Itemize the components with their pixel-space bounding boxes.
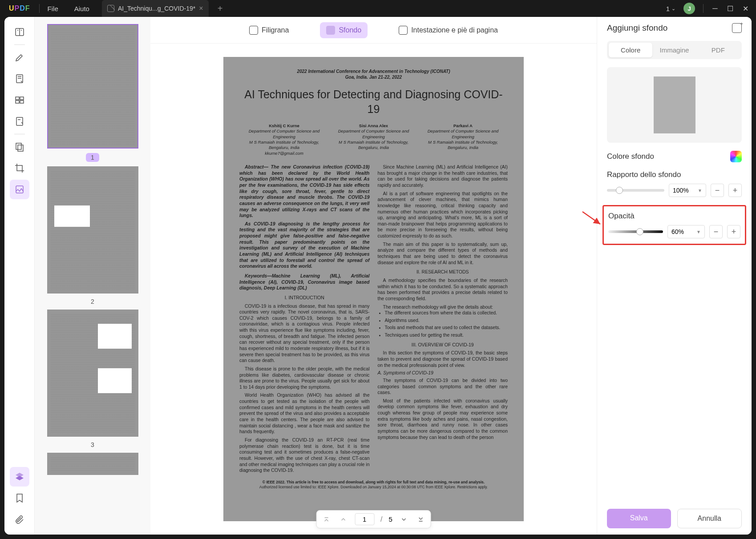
thumbnail-page-3[interactable] — [47, 310, 138, 437]
seg-pdf[interactable]: PDF — [696, 43, 740, 57]
seg-image[interactable]: Immagine — [652, 43, 696, 57]
first-page-icon[interactable] — [321, 514, 332, 525]
bg-source-segment: Colore Immagine PDF — [607, 41, 742, 59]
menu-help[interactable]: Aiuto — [66, 0, 97, 17]
avatar[interactable]: J — [683, 3, 695, 14]
ratio-plus[interactable]: + — [728, 184, 742, 197]
page-total: 5 — [389, 515, 392, 523]
rail-layers-icon[interactable] — [10, 467, 29, 487]
svg-rect-3 — [20, 97, 24, 100]
app-logo: UPDF — [0, 4, 39, 12]
maximize-icon[interactable]: ☐ — [727, 5, 734, 12]
ratio-label: Rapporto dello sfondo — [607, 170, 742, 179]
save-button[interactable]: Salva — [607, 509, 671, 528]
thumb-label-3: 3 — [47, 441, 138, 448]
rail-comment-icon[interactable] — [10, 112, 29, 131]
opacity-label: Opacità — [608, 212, 740, 221]
bg-color-label: Colore sfondo — [607, 152, 654, 161]
svg-rect-2 — [16, 97, 19, 100]
rail-highlight-icon[interactable] — [10, 48, 29, 67]
rail-edit-icon[interactable] — [10, 69, 29, 88]
header-footer-tab[interactable]: Intestazione e piè di pagina — [392, 22, 504, 38]
last-page-icon[interactable] — [416, 514, 426, 525]
thumbnail-page-1[interactable] — [47, 24, 138, 149]
page-navigator: / 5 — [316, 510, 431, 528]
watermark-icon — [249, 26, 258, 35]
seg-color[interactable]: Colore — [609, 43, 652, 57]
document-page: 2022 International Conference for Advanc… — [223, 57, 524, 521]
thumb-label-1: 1 — [86, 153, 99, 162]
window-count[interactable]: 1 ⌄ — [666, 5, 675, 12]
background-tab[interactable]: Sfondo — [320, 22, 368, 38]
save-preset-icon[interactable] — [732, 23, 742, 33]
ratio-value[interactable]: 100%▼ — [669, 184, 706, 197]
opacity-slider[interactable] — [608, 230, 663, 233]
background-icon — [326, 26, 335, 35]
rail-crop-icon[interactable] — [10, 158, 29, 178]
bg-preview — [607, 67, 742, 143]
page-title: AI Techniques for Detecting and Diagnosi… — [239, 87, 508, 116]
tab-title: AI_Techniqu...g_COVID-19* — [118, 5, 195, 12]
cancel-button[interactable]: Annulla — [677, 509, 742, 528]
rail-reader-icon[interactable] — [10, 22, 29, 42]
svg-rect-5 — [20, 101, 24, 103]
thumbnail-page-2[interactable] — [47, 166, 138, 294]
next-page-icon[interactable] — [399, 514, 409, 525]
rail-organize-icon[interactable] — [10, 90, 29, 110]
rail-background-icon[interactable] — [10, 180, 29, 199]
svg-rect-7 — [16, 143, 21, 149]
opacity-minus[interactable]: − — [709, 225, 723, 238]
svg-line-10 — [582, 212, 600, 224]
color-picker-button[interactable] — [730, 151, 742, 162]
minimize-icon[interactable]: ─ — [712, 5, 719, 12]
opacity-value[interactable]: 60%▼ — [667, 225, 705, 238]
thumb-label-2: 2 — [47, 298, 138, 305]
document-icon — [107, 5, 114, 12]
ratio-minus[interactable]: − — [711, 184, 724, 197]
svg-rect-8 — [18, 145, 23, 151]
add-tab-button[interactable]: + — [218, 4, 223, 14]
annotation-arrow — [582, 210, 603, 228]
header-footer-icon — [399, 26, 408, 35]
menu-file[interactable]: File — [40, 0, 66, 17]
prev-page-icon[interactable] — [338, 514, 348, 525]
rail-copy-icon[interactable] — [10, 137, 29, 157]
svg-rect-4 — [16, 101, 19, 103]
close-tab-icon[interactable]: × — [199, 4, 203, 12]
ratio-slider[interactable] — [607, 189, 664, 192]
page-number-input[interactable] — [355, 513, 374, 525]
document-tab[interactable]: AI_Techniqu...g_COVID-19* × — [102, 0, 209, 17]
watermark-tab[interactable]: Filigrana — [243, 22, 295, 38]
panel-title: Aggiungi sfondo — [607, 23, 667, 33]
rail-bookmark-icon[interactable] — [10, 488, 29, 508]
close-icon[interactable]: ✕ — [742, 5, 749, 12]
rail-attachment-icon[interactable] — [10, 510, 29, 529]
thumbnail-page-4[interactable] — [47, 453, 138, 475]
svg-rect-6 — [16, 117, 23, 125]
opacity-plus[interactable]: + — [727, 225, 740, 238]
